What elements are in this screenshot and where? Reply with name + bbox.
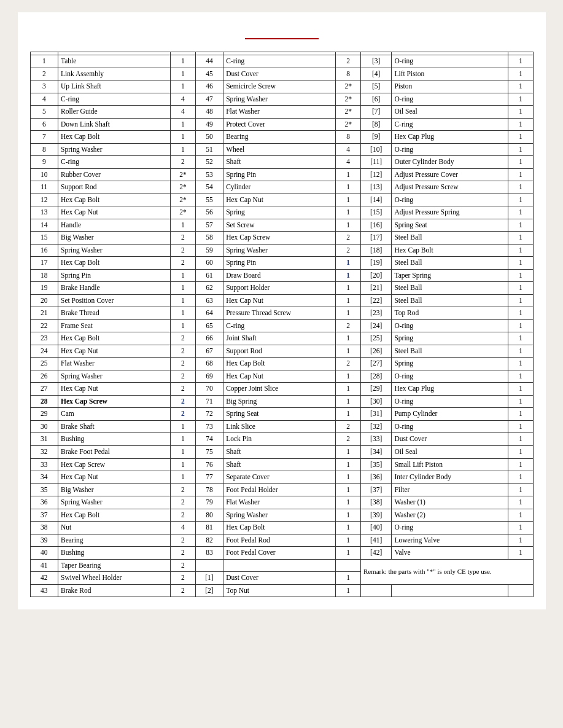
col1-qty: 2 xyxy=(171,358,195,370)
col1-desc: Brake Rod xyxy=(58,584,171,597)
col3-desc: Oil Seal xyxy=(392,106,508,119)
col1-desc: Swivel Wheel Holder xyxy=(58,572,171,585)
col1-desc: Hex Cap Nut xyxy=(58,345,171,358)
col2-qty: 1 xyxy=(336,458,360,471)
col1-qty: 2 xyxy=(171,408,195,421)
col1-qty: 2 xyxy=(171,496,195,509)
col1-desc: Taper Bearing xyxy=(58,559,171,572)
col2-desc: Hex Cap Screw xyxy=(223,232,336,245)
col1-desc: Hex Cap Bolt xyxy=(58,509,171,522)
col2-no: 63 xyxy=(195,294,223,307)
col1-no: 6 xyxy=(30,118,58,131)
col2-no: 59 xyxy=(195,244,223,257)
col1-qty: 2 xyxy=(171,559,195,572)
col1-no: 29 xyxy=(30,408,58,421)
col3-desc: Spring Seat xyxy=(392,219,508,232)
col3-qty: 1 xyxy=(508,156,534,169)
col1-no: 25 xyxy=(30,358,58,370)
col2-desc: Spring Pin xyxy=(223,257,336,270)
col2-qty: 1 xyxy=(336,408,360,421)
col3-desc: Small Lift Piston xyxy=(392,458,508,471)
col2-desc: Cylinder xyxy=(223,181,336,194)
col2-no: 64 xyxy=(195,307,223,320)
col3-qty: 1 xyxy=(508,168,534,181)
col2-desc: Hex Cap Bolt xyxy=(223,358,336,370)
col2-qty: 4 xyxy=(336,143,360,156)
col1-no: 15 xyxy=(30,232,58,245)
col2-qty: 1 xyxy=(336,307,360,320)
col3-qty: 1 xyxy=(508,345,534,358)
col3-qty: 1 xyxy=(508,307,534,320)
col2-desc: Hex Cap Bolt xyxy=(223,522,336,534)
col1-desc: Hex Cap Bolt xyxy=(58,131,171,144)
col1-qty: 1 xyxy=(171,433,195,446)
col1-qty: 2 xyxy=(171,332,195,345)
col2-no: 77 xyxy=(195,471,223,484)
col3-qty: 1 xyxy=(508,445,534,458)
col1-no: 24 xyxy=(30,345,58,358)
col1-desc: Spring Washer xyxy=(58,244,171,257)
col2-qty: 2* xyxy=(336,106,360,119)
col2-desc: Hex Cap Nut xyxy=(223,194,336,206)
col1-desc: Big Washer xyxy=(58,483,171,496)
col2-no: 45 xyxy=(195,68,223,80)
col2-desc: Wheel xyxy=(223,143,336,156)
col3-qty: 1 xyxy=(508,433,534,446)
col2-desc: Top Nut xyxy=(223,584,336,597)
col2-qty: 8 xyxy=(336,68,360,80)
col1-no: 20 xyxy=(30,294,58,307)
col2-desc: Separate Cover xyxy=(223,471,336,484)
col2-qty: 1 xyxy=(336,483,360,496)
col1-no: 33 xyxy=(30,458,58,471)
col1-desc: Up Link Shaft xyxy=(58,80,171,93)
col2-desc: Joint Shaft xyxy=(223,332,336,345)
col3-no: [6] xyxy=(360,93,392,106)
col3-qty: 1 xyxy=(508,244,534,257)
col3-qty: 1 xyxy=(508,181,534,194)
col1-desc: Hex Cap Screw xyxy=(58,395,171,408)
col3-desc: Steel Ball xyxy=(392,232,508,245)
col1-qty: 1 xyxy=(171,471,195,484)
col3-qty: 1 xyxy=(508,319,534,332)
remark-cell: Remark: the parts with "*" is only CE ty… xyxy=(360,559,533,584)
col2-desc: Draw Board xyxy=(223,269,336,282)
col2-no xyxy=(195,559,223,572)
col1-qty: 2 xyxy=(171,257,195,270)
col2-desc: Lock Pin xyxy=(223,433,336,446)
col2-desc: Big Spring xyxy=(223,395,336,408)
col2-no: 58 xyxy=(195,232,223,245)
col1-no: 27 xyxy=(30,383,58,396)
col1-no: 41 xyxy=(30,559,58,572)
col3-no: [25] xyxy=(360,332,392,345)
col1-no: 4 xyxy=(30,93,58,106)
col3-no: [18] xyxy=(360,244,392,257)
col3-qty: 1 xyxy=(508,370,534,383)
col3-desc: Lowering Valve xyxy=(392,534,508,547)
col3-no: [23] xyxy=(360,307,392,320)
col1-qty: 1 xyxy=(171,80,195,93)
col1-qty: 1 xyxy=(171,282,195,295)
col2-no: 55 xyxy=(195,194,223,206)
col3-qty: 1 xyxy=(508,522,534,534)
col2-no: 56 xyxy=(195,206,223,219)
col3-desc: Steel Ball xyxy=(392,257,508,270)
col1-desc: Brake Shaft xyxy=(58,420,171,433)
col1-qty: 4 xyxy=(171,106,195,119)
col2-no: 66 xyxy=(195,332,223,345)
col3-desc: O-ring xyxy=(392,194,508,206)
col3-desc: Piston xyxy=(392,80,508,93)
col3-desc: Steel Ball xyxy=(392,294,508,307)
col2-qty: 1 xyxy=(336,509,360,522)
col3-qty: 1 xyxy=(508,282,534,295)
col2-desc: Copper Joint Slice xyxy=(223,383,336,396)
col2-qty: 2 xyxy=(336,232,360,245)
col3-no: [10] xyxy=(360,143,392,156)
col3-no: [13] xyxy=(360,181,392,194)
col3-no: [42] xyxy=(360,547,392,560)
col2-qty: 1 xyxy=(336,332,360,345)
col1-no: 8 xyxy=(30,143,58,156)
col1-no: 31 xyxy=(30,433,58,446)
col3-qty: 1 xyxy=(508,80,534,93)
col2-qty: 1 xyxy=(336,496,360,509)
col3-no: [26] xyxy=(360,345,392,358)
